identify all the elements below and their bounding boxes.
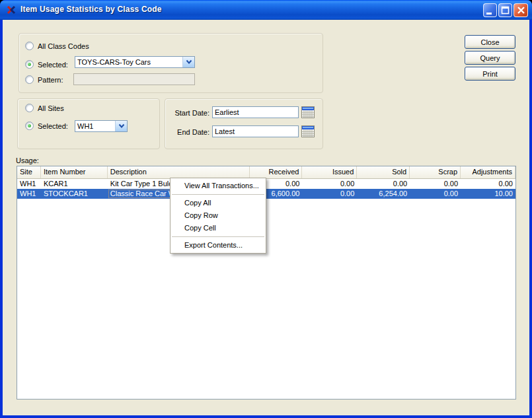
site-combo[interactable]: WH1 (75, 120, 128, 132)
grid-rows: WH1KCAR1Kit Car Type 1 Buld0.000.000.000… (17, 179, 515, 199)
menu-item[interactable]: Copy Row (171, 209, 266, 222)
column-header[interactable]: Scrap (410, 166, 461, 178)
start-date-label: Start Date: (165, 109, 209, 117)
title-bar[interactable]: Item Usage Statistics by Class Code (0, 0, 532, 20)
radio-all-class-codes[interactable] (25, 42, 34, 50)
calendar-icon[interactable] (301, 125, 315, 137)
table-cell[interactable]: 0.00 (302, 179, 357, 189)
column-header[interactable]: Item Number (41, 166, 108, 178)
menu-item[interactable]: Copy Cell (171, 222, 266, 234)
column-header[interactable]: Sold (357, 166, 410, 178)
table-cell[interactable]: 0.00 (302, 189, 357, 199)
grid-header[interactable]: SiteItem NumberDescriptionReceivedIssued… (17, 166, 515, 179)
calendar-icon[interactable] (301, 106, 315, 118)
radio-class-code-selected[interactable] (25, 60, 34, 69)
window: Item Usage Statistics by Class Code All … (0, 0, 532, 418)
query-button[interactable]: Query (465, 51, 515, 65)
close-icon (515, 4, 527, 17)
print-button[interactable]: Print (465, 67, 515, 81)
column-header[interactable]: Adjustments (461, 166, 515, 178)
table-cell[interactable]: 0.00 (461, 179, 515, 189)
radio-site-selected[interactable] (25, 122, 34, 130)
radio-all-sites[interactable] (25, 104, 34, 112)
usage-label: Usage: (16, 157, 39, 164)
table-cell[interactable]: WH1 (17, 179, 41, 189)
close-window-button[interactable] (513, 3, 528, 17)
table-cell[interactable]: 6,254.00 (357, 189, 410, 199)
maximize-icon (499, 4, 512, 17)
minimize-icon (484, 4, 496, 17)
app-logo-icon (6, 5, 17, 15)
menu-item[interactable]: View All Transactions... (171, 180, 266, 192)
table-cell[interactable]: KCAR1 (41, 179, 108, 189)
class-code-combo-value: TOYS-CARS-Toy Cars (75, 58, 182, 66)
maximize-button[interactable] (498, 3, 512, 17)
menu-item[interactable]: Copy All (171, 197, 266, 209)
radio-label-pattern: Pattern: (38, 76, 63, 84)
radio-label-all-sites: All Sites (38, 104, 64, 112)
table-cell[interactable]: 0.00 (410, 189, 461, 199)
chevron-down-icon[interactable] (182, 57, 194, 67)
end-date-label: End Date: (165, 128, 209, 136)
menu-item[interactable]: Export Contents... (171, 239, 266, 252)
column-header[interactable]: Site (17, 166, 41, 178)
table-row[interactable]: WH1KCAR1Kit Car Type 1 Buld0.000.000.000… (17, 179, 515, 189)
class-code-combo[interactable]: TOYS-CARS-Toy Cars (75, 56, 195, 68)
table-row[interactable]: WH1STOCKCAR1Classic Race Car W6,600.000.… (17, 189, 515, 199)
table-cell[interactable]: WH1 (17, 189, 41, 199)
close-button[interactable]: Close (465, 35, 515, 49)
column-header[interactable]: Issued (302, 166, 357, 178)
menu-separator (172, 236, 264, 237)
column-header[interactable]: Description (108, 166, 250, 178)
table-cell[interactable]: STOCKCAR1 (41, 189, 108, 199)
site-combo-value: WH1 (75, 122, 115, 130)
table-cell[interactable]: 10.00 (461, 189, 515, 199)
radio-label-class-code-selected: Selected: (38, 61, 68, 69)
table-cell[interactable]: 0.00 (357, 179, 410, 189)
menu-separator (172, 194, 264, 195)
table-cell[interactable]: 0.00 (410, 179, 461, 189)
context-menu: View All Transactions...Copy AllCopy Row… (170, 178, 266, 254)
radio-label-all-class-codes: All Class Codes (38, 42, 89, 50)
radio-pattern[interactable] (25, 75, 34, 84)
start-date-input[interactable] (212, 106, 299, 118)
chevron-down-icon[interactable] (115, 121, 127, 131)
pattern-input[interactable] (73, 73, 195, 85)
column-header[interactable]: Received (250, 166, 303, 178)
window-title: Item Usage Statistics by Class Code (20, 5, 162, 14)
radio-label-site-selected: Selected: (38, 122, 68, 130)
usage-grid[interactable]: SiteItem NumberDescriptionReceivedIssued… (17, 166, 516, 400)
end-date-input[interactable] (212, 125, 299, 137)
minimize-button[interactable] (483, 3, 497, 17)
